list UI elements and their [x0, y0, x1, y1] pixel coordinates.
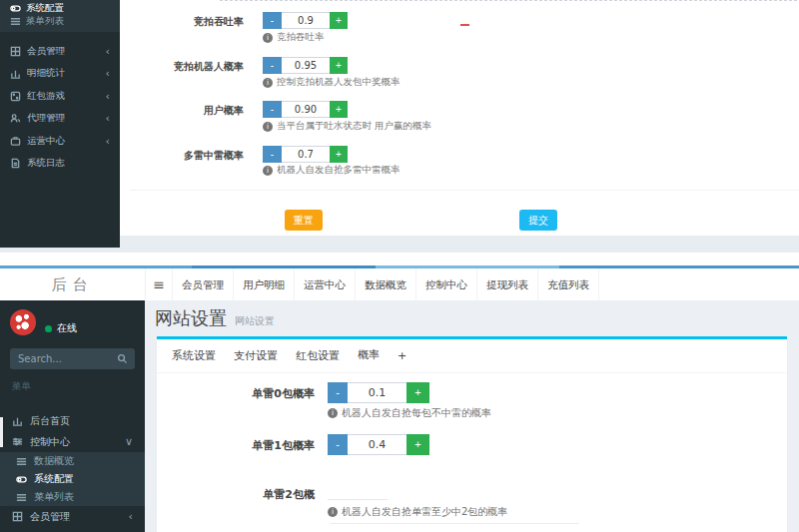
decrement-button[interactable]: - — [263, 57, 282, 74]
increment-button[interactable]: + — [330, 57, 348, 74]
top-dashed-border — [220, 0, 797, 1]
info-icon: i — [328, 408, 338, 418]
sidebar-item-label: 控制中心 — [30, 435, 70, 449]
sidebar-item-label: 系统配置 — [34, 472, 74, 486]
sidebar-item-redpacket-game[interactable]: 红包游戏 ‹ — [0, 85, 120, 108]
chevron-down-icon: ∨ — [125, 436, 133, 447]
mine1-input[interactable] — [348, 434, 406, 455]
dice-icon — [10, 91, 21, 102]
decrement-button[interactable]: - — [263, 101, 282, 118]
nav-item-user-detail[interactable]: 用户明细 — [233, 268, 294, 300]
chevron-left-icon: ‹ — [106, 91, 110, 102]
increment-button[interactable]: + — [330, 101, 348, 118]
sidebar-item-system-config[interactable]: 系统配置 — [0, 2, 120, 15]
nav-item-data-overview[interactable]: 数据概览 — [355, 268, 415, 300]
form-footer-divider — [130, 190, 799, 191]
control-center-submenu: 数据概览 系统配置 菜单列表 — [0, 452, 145, 506]
sidebar-subitem-menu-list[interactable]: 菜单列表 — [0, 488, 145, 506]
grid-icon — [12, 511, 23, 522]
settings-tabs: 系统设置 支付设置 红包设置 概率 + — [157, 339, 787, 373]
sidebar-item-members[interactable]: 会员管理 ‹ — [0, 506, 145, 527]
sidebar-item-system-log[interactable]: 系统日志 — [0, 153, 120, 176]
search-input[interactable] — [10, 353, 117, 364]
nav-item-recharge-list[interactable]: 充值列表 — [537, 268, 599, 300]
brand-logo — [10, 309, 36, 335]
sidebar-subitem-system-config[interactable]: 系统配置 — [0, 470, 145, 488]
chevron-left-icon: ‹ — [106, 68, 110, 79]
sidebar-search — [10, 348, 135, 369]
decrement-button[interactable]: - — [328, 434, 348, 455]
tab-probability[interactable]: 概率 — [349, 336, 389, 372]
sidebar-item-control-center[interactable]: 控制中心 ∨ — [0, 431, 145, 452]
sidebar-item-label: 菜单列表 — [26, 15, 64, 28]
field-label-mine1: 单雷1包概率 — [157, 438, 315, 453]
bar-chart-icon — [12, 415, 23, 426]
field-hint: i 当平台属于吐水状态时 用户赢的概率 — [263, 120, 431, 133]
sidebar-item-label: 红包游戏 — [27, 90, 65, 103]
sidebar-item-members[interactable]: 会员管理 ‹ — [0, 40, 120, 63]
nav-item-control-center[interactable]: 控制中心 — [415, 268, 476, 300]
hamburger-icon[interactable]: ≡ — [146, 268, 172, 300]
info-icon: i — [263, 33, 273, 43]
sidebar-item-label: 会员管理 — [27, 45, 65, 58]
toggle-icon — [10, 3, 21, 14]
online-label: 在线 — [57, 321, 77, 335]
sidebar-item-label: 代理管理 — [27, 112, 65, 125]
top-nav: 会员管理 用户明细 运营中心 数据概览 控制中心 提现列表 充值列表 — [172, 268, 599, 300]
decrement-button[interactable]: - — [263, 12, 282, 29]
user-rate-input[interactable] — [282, 101, 330, 118]
decrement-button[interactable]: - — [328, 382, 348, 403]
increment-button[interactable]: + — [330, 12, 348, 29]
field-label-robot-rate: 竞拍机器人概率 — [114, 60, 244, 74]
red-mark — [460, 24, 469, 26]
nav-item-withdraw-list[interactable]: 提现列表 — [476, 268, 537, 300]
tab-system-settings[interactable]: 系统设置 — [163, 339, 225, 372]
field-hint: i 控制竞拍机器人发包中奖概率 — [263, 76, 400, 89]
top-content-area — [120, 0, 799, 236]
top-sidebar-items: 会员管理 ‹ 明细统计 ‹ 红包游戏 ‹ 代理管理 ‹ 运营中心 ‹ — [0, 40, 120, 175]
field-label-auction-rate: 竞拍吞吐率 — [114, 15, 244, 29]
faint-next-row — [330, 523, 579, 524]
field-hint: i 机器人自发自抢单雷至少中2包的概率 — [328, 505, 507, 519]
chevron-left-icon: ‹ — [106, 113, 110, 124]
app-logo[interactable]: 后台 — [0, 268, 146, 300]
stepper-mine1: - + — [328, 434, 429, 455]
auction-rate-input[interactable] — [282, 12, 330, 29]
sidebar-item-menu-list[interactable]: 菜单列表 — [0, 15, 120, 28]
increment-button[interactable]: + — [406, 382, 429, 403]
sidebar-item-dashboard[interactable]: 后台首页 — [0, 410, 145, 431]
decrement-button[interactable]: - — [263, 146, 282, 163]
field-label-multimine-rate: 多雷中雷概率 — [114, 149, 244, 163]
field-label-user-rate: 用户概率 — [114, 104, 244, 118]
mine0-input[interactable] — [348, 382, 406, 403]
sidebar-item-agents[interactable]: 代理管理 ‹ — [0, 108, 120, 131]
bottom-main: 网站设置 网站设置 系统设置 支付设置 红包设置 概率 + 单雷0包概率 - +… — [145, 300, 799, 532]
sidebar-item-operations[interactable]: 运营中心 ‹ — [0, 130, 120, 153]
sidebar-item-detail-stats[interactable]: 明细统计 ‹ — [0, 63, 120, 86]
bottom-header: 后台 ≡ 会员管理 用户明细 运营中心 数据概览 控制中心 提现列表 充值列表 — [0, 268, 799, 301]
menu-section-label: 菜单 — [12, 380, 31, 393]
sidebar-item-label: 会员管理 — [30, 510, 70, 524]
partial-input-edge — [328, 499, 388, 500]
robot-rate-input[interactable] — [282, 57, 330, 74]
nav-item-members[interactable]: 会员管理 — [172, 268, 233, 300]
stepper-auction-rate: - + — [263, 12, 348, 29]
multimine-rate-input[interactable] — [282, 146, 330, 163]
field-hint: i 机器人自发自抢每包不中雷的概率 — [328, 406, 491, 420]
submit-button[interactable]: 提交 — [519, 210, 557, 231]
nav-item-operations[interactable]: 运营中心 — [294, 268, 355, 300]
reset-button[interactable]: 重置 — [285, 210, 323, 231]
tab-payment-settings[interactable]: 支付设置 — [225, 339, 287, 372]
bar-chart-icon — [10, 68, 21, 79]
stepper-user-rate: - + — [263, 101, 348, 118]
tab-add[interactable]: + — [389, 339, 415, 372]
search-icon[interactable] — [117, 353, 128, 364]
separator-band — [120, 236, 799, 253]
tab-redpacket-settings[interactable]: 红包设置 — [287, 339, 349, 372]
increment-button[interactable]: + — [406, 434, 429, 455]
increment-button[interactable]: + — [330, 146, 348, 163]
sidebar-item-label: 系统配置 — [26, 2, 64, 15]
stepper-robot-rate: - + — [263, 57, 348, 74]
sidebar-subitem-data-overview[interactable]: 数据概览 — [0, 452, 145, 470]
users-icon — [10, 113, 21, 124]
